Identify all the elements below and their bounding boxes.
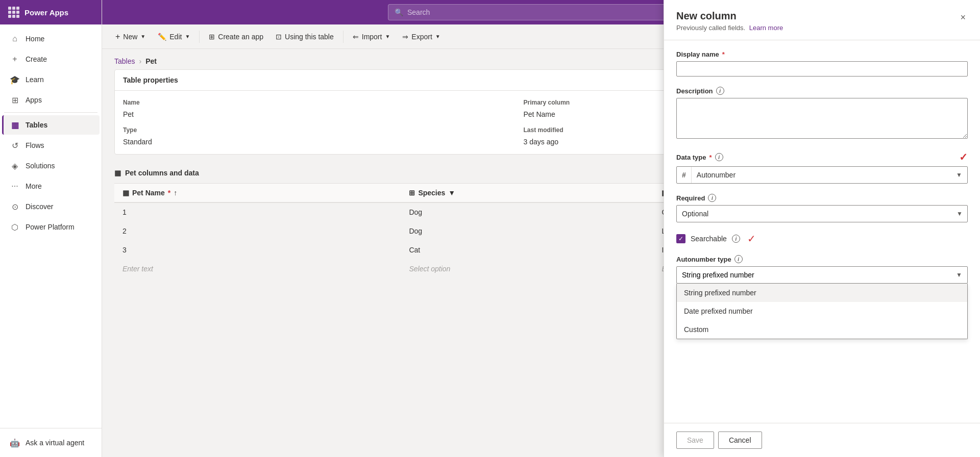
col-icon-species: ⊞ Species ▼ <box>409 189 455 197</box>
data-type-info-icon: i <box>715 153 723 161</box>
cell-pet-name-3: 3 <box>114 241 401 260</box>
required-star-type: * <box>709 154 712 161</box>
breadcrumb-parent[interactable]: Tables <box>114 57 135 65</box>
panel-header-content: New column Previously called fields. Lea… <box>676 10 783 32</box>
description-group: Description i <box>676 87 968 141</box>
import-button[interactable]: ⇐ Import ▼ <box>348 30 396 44</box>
new-icon: + <box>115 32 120 41</box>
export-button[interactable]: ⇒ Export ▼ <box>397 30 445 44</box>
autonumber-type-label: Autonumber type i <box>676 255 968 263</box>
sidebar-item-learn[interactable]: 🎓 Learn <box>2 70 100 89</box>
search-box[interactable]: 🔍 Search <box>388 4 694 20</box>
sidebar-item-solutions[interactable]: ◈ Solutions <box>2 156 100 175</box>
searchable-label: Searchable <box>691 235 727 243</box>
sidebar-item-power-platform-label: Power Platform <box>26 223 75 231</box>
required-star: * <box>168 189 170 197</box>
searchable-checkbox[interactable]: ✓ <box>676 234 685 243</box>
learn-icon: 🎓 <box>10 75 19 84</box>
col-icon-sym-species: ⊞ <box>409 189 415 197</box>
sidebar-item-discover[interactable]: ⊙ Discover <box>2 197 100 216</box>
import-label: Import <box>362 33 382 41</box>
edit-icon: ✏️ <box>158 33 166 41</box>
species-filter-icon: ▼ <box>448 189 455 197</box>
sidebar-item-flows[interactable]: ↺ Flows <box>2 136 100 155</box>
data-type-label: Data type * i ✓ <box>676 151 968 163</box>
ask-agent-button[interactable]: 🤖 Ask a virtual agent <box>2 433 100 452</box>
learn-more-link[interactable]: Learn more <box>749 24 783 32</box>
create-icon: + <box>10 55 19 64</box>
prop-name-value: Pet <box>123 110 516 118</box>
cell-pet-name-new[interactable]: Enter text <box>114 260 401 278</box>
apps-icon: ⊞ <box>10 95 19 105</box>
sidebar-item-home-label: Home <box>26 35 44 43</box>
autonumber-info-icon: i <box>734 255 743 263</box>
col-icon-pet-name: ▦ Pet Name * ↑ <box>122 189 177 197</box>
required-select-wrapper: Optional Required ▼ <box>676 205 968 222</box>
display-name-input[interactable] <box>676 61 968 77</box>
col-header-pet-name[interactable]: ▦ Pet Name * ↑ <box>114 184 401 202</box>
searchable-info-icon: i <box>732 235 740 243</box>
panel-footer: Save Cancel <box>664 423 980 457</box>
sidebar-item-tables[interactable]: ▦ Tables <box>2 115 100 135</box>
new-button[interactable]: + New ▼ <box>110 29 151 44</box>
toolbar-separator-2 <box>343 31 344 43</box>
table-properties-title: Table properties <box>123 76 178 84</box>
create-app-button[interactable]: ⊞ Create an app <box>204 30 268 44</box>
export-chevron-icon: ▼ <box>435 34 440 39</box>
col-header-species[interactable]: ⊞ Species ▼ <box>401 184 653 202</box>
cell-species-2: Dog <box>401 222 653 241</box>
breadcrumb-separator: › <box>139 57 141 65</box>
cancel-button[interactable]: Cancel <box>718 431 762 449</box>
panel-header: New column Previously called fields. Lea… <box>664 0 980 40</box>
sidebar-bottom: 🤖 Ask a virtual agent <box>0 428 102 457</box>
sidebar-item-more[interactable]: ··· More <box>2 176 100 196</box>
dropdown-option-date-prefixed[interactable]: Date prefixed number <box>677 302 967 320</box>
cell-species-3: Cat <box>401 241 653 260</box>
apps-grid-icon[interactable] <box>8 7 19 18</box>
agent-icon: 🤖 <box>10 438 19 447</box>
flows-icon: ↺ <box>10 141 19 150</box>
data-type-select[interactable]: Autonumber <box>692 167 951 183</box>
panel-close-button[interactable]: × <box>958 10 968 25</box>
edit-button[interactable]: ✏️ Edit ▼ <box>153 30 195 44</box>
solutions-icon: ◈ <box>10 161 19 170</box>
searchable-row: ✓ Searchable i ✓ <box>676 233 968 245</box>
cell-species-new[interactable]: Select option <box>401 260 653 278</box>
description-info-icon: i <box>716 87 724 95</box>
export-label: Export <box>411 33 432 41</box>
col-icon-sym: ▦ <box>122 189 129 197</box>
new-chevron-icon: ▼ <box>140 34 145 39</box>
autonumber-selected-label: String prefixed number <box>682 271 754 279</box>
required-select[interactable]: Optional Required <box>676 205 968 222</box>
sidebar-item-home[interactable]: ⌂ Home <box>2 29 100 48</box>
required-field-label: Required i <box>676 194 968 202</box>
save-button[interactable]: Save <box>676 431 714 449</box>
prop-name: Name Pet <box>123 99 516 118</box>
sidebar-item-create-label: Create <box>26 55 47 63</box>
data-type-select-wrapper: # Autonumber ▼ <box>676 166 968 184</box>
dropdown-option-custom[interactable]: Custom <box>677 320 967 339</box>
sidebar-item-tables-label: Tables <box>26 121 47 129</box>
sidebar-item-create[interactable]: + Create <box>2 49 100 69</box>
prop-type: Type Standard <box>123 126 516 146</box>
autonumber-dropdown-trigger[interactable]: String prefixed number ▼ <box>676 266 968 284</box>
prop-name-label: Name <box>123 99 516 106</box>
checkmark-icon: ✓ <box>678 235 683 242</box>
edit-chevron-icon: ▼ <box>185 34 190 39</box>
sidebar-item-power-platform[interactable]: ⬡ Power Platform <box>2 217 100 237</box>
table-icon: ▦ <box>114 169 121 177</box>
discover-icon: ⊙ <box>10 202 19 211</box>
breadcrumb-current: Pet <box>145 57 157 65</box>
dropdown-option-string-prefixed[interactable]: String prefixed number <box>677 284 967 302</box>
import-chevron-icon: ▼ <box>385 34 390 39</box>
description-input[interactable] <box>676 98 968 139</box>
panel-title: New column <box>676 10 783 22</box>
sidebar: Power Apps ⌂ Home + Create 🎓 Learn ⊞ App… <box>0 0 102 457</box>
required-star-name: * <box>722 50 725 58</box>
data-type-chevron: ▼ <box>951 167 967 183</box>
col-label-pet-name: Pet Name <box>132 189 165 197</box>
using-table-button[interactable]: ⊡ Using this table <box>271 30 339 44</box>
sidebar-item-apps[interactable]: ⊞ Apps <box>2 90 100 110</box>
power-platform-icon: ⬡ <box>10 222 19 232</box>
red-annotation-checkmark: ✓ <box>747 233 756 245</box>
